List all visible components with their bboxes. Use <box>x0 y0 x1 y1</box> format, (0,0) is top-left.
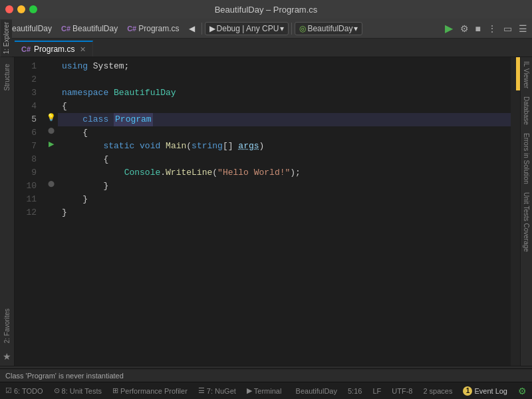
minimize-button[interactable] <box>17 5 25 13</box>
code-line-10: } <box>58 180 511 193</box>
toolbar-sep2 <box>291 23 292 35</box>
debug-config-dropdown[interactable]: ▶ Debug | Any CPU ▾ <box>205 22 289 35</box>
debug-config-label: Debug | Any CPU <box>217 24 279 33</box>
line-num-10: 10 <box>15 180 39 193</box>
event-log-status[interactable]: 1 Event Log <box>458 386 513 396</box>
terminal-icon: ▶ <box>247 386 252 395</box>
line-num-6: 6 <box>15 126 39 140</box>
right-panel-tabs: IL Viewer Database Errors in Solution Un… <box>520 57 532 366</box>
line-num-2: 2 <box>15 73 39 86</box>
profiler-status[interactable]: ⊞ Performance Profiler <box>107 382 193 399</box>
encoding-status[interactable]: UTF-8 <box>386 387 418 395</box>
gutter-12 <box>45 203 58 217</box>
toolbar-sep1 <box>201 23 202 35</box>
solution-icon: ◎ <box>299 24 306 33</box>
gutter: 💡 ⬤ ▶ ⬤ <box>45 57 58 366</box>
line-num-4: 4 <box>15 100 39 113</box>
cs-icon: C# <box>61 25 70 33</box>
profiler-label: Performance Profiler <box>120 387 188 395</box>
unit-tests-label: 8: Unit Tests <box>62 387 102 395</box>
toolbar-cs-beautifulday[interactable]: C# BeautifulDay <box>57 23 122 35</box>
tab-cs-icon: C# <box>21 45 31 53</box>
indent-status[interactable]: 2 spaces <box>418 387 458 395</box>
bottom-message-text: Class 'Program' is never instantiated <box>5 372 124 380</box>
code-line-8: { <box>58 153 511 166</box>
position-status[interactable]: 5:16 <box>342 387 367 395</box>
code-line-5: class Program <box>58 113 511 126</box>
unit-tests-status[interactable]: ⊙ 8: Unit Tests <box>49 382 107 399</box>
line-num-8: 8 <box>15 153 39 166</box>
titlebar: BeautifulDay – Program.cs <box>0 0 532 19</box>
database-tab[interactable]: Database <box>521 92 531 129</box>
terminal-status[interactable]: ▶ Terminal <box>241 382 287 399</box>
gutter-5-bulb[interactable]: 💡 <box>45 110 58 124</box>
toolbar-back-btn[interactable]: ◀ <box>185 23 199 35</box>
encoding-label: UTF-8 <box>392 387 412 395</box>
gutter-9 <box>45 164 58 177</box>
run-button[interactable]: ▶ <box>442 22 456 35</box>
code-line-7: static void Main(string[] args) <box>58 140 511 153</box>
gutter-10: ⬤ <box>45 177 58 190</box>
todo-icon: ☑ <box>5 386 12 395</box>
program-cs-tab[interactable]: C# Program.cs ✕ <box>15 41 93 57</box>
gutter-7-arrow[interactable]: ▶ <box>45 137 58 150</box>
code-line-2 <box>58 73 511 86</box>
todo-status[interactable]: ☑ 6: TODO <box>0 382 49 399</box>
status-right: BeautifulDay 5:16 LF UTF-8 2 spaces 1 Ev… <box>291 386 532 396</box>
gutter-1 <box>45 57 58 70</box>
event-log-label: Event Log <box>474 387 507 395</box>
minimap <box>511 57 520 366</box>
line-ending-label: LF <box>372 387 381 395</box>
unit-tests-icon: ⊙ <box>54 386 60 395</box>
line-num-9: 9 <box>15 166 39 180</box>
main-area: Structure 2: Favorites ★ 1 2 3 4 5 6 7 8… <box>0 57 532 366</box>
favorites-star-icon[interactable]: ★ <box>3 351 11 362</box>
code-line-1: using System; <box>58 60 511 73</box>
layout-icon[interactable]: ▭ <box>501 22 514 35</box>
gutter-4 <box>45 97 58 110</box>
code-line-6: { <box>58 126 511 140</box>
code-line-4: { <box>58 100 511 113</box>
line-num-12: 12 <box>15 206 39 219</box>
menu-icon[interactable]: ☰ <box>517 22 529 35</box>
line-ending-status[interactable]: LF <box>367 387 386 395</box>
breakpoint-indicator-10: ⬤ <box>48 180 55 187</box>
code-line-11: } <box>58 193 511 206</box>
line-num-5: 5 <box>15 113 39 126</box>
unit-tests-coverage-tab[interactable]: Unit Tests Coverage <box>521 188 531 256</box>
il-viewer-tab[interactable]: IL Viewer <box>521 57 531 92</box>
favorites-panel-tab[interactable]: 2: Favorites <box>2 303 12 348</box>
cursor-position: 5:16 <box>348 387 362 395</box>
tab-close-button[interactable]: ✕ <box>80 45 86 54</box>
code-line-12: } <box>58 206 511 219</box>
settings-gear-status[interactable]: ⚙ <box>513 386 532 396</box>
solution-status[interactable]: BeautifulDay <box>291 387 342 395</box>
gutter-8 <box>45 150 58 164</box>
profiler-icon: ⊞ <box>112 386 118 395</box>
line-num-3: 3 <box>15 86 39 100</box>
line-numbers: 1 2 3 4 5 6 7 8 9 10 11 12 <box>15 57 45 366</box>
status-bar: ☑ 6: TODO ⊙ 8: Unit Tests ⊞ Performance … <box>0 382 532 399</box>
code-editor[interactable]: using System; namespace BeautifulDay { c… <box>58 57 511 366</box>
explorer-panel-tab[interactable]: 1: Explorer <box>0 19 12 57</box>
structure-panel-tab[interactable]: Structure <box>2 59 12 96</box>
nuget-status[interactable]: ☰ 7: NuGet <box>193 382 241 399</box>
fullscreen-button[interactable] <box>29 5 37 13</box>
gear-status-icon: ⚙ <box>518 386 527 396</box>
stop-icon[interactable]: ■ <box>473 22 483 35</box>
close-button[interactable] <box>5 5 13 13</box>
indent-label: 2 spaces <box>423 387 452 395</box>
errors-tab[interactable]: Errors in Solution <box>521 129 531 188</box>
gutter-3 <box>45 84 58 97</box>
bottom-message: Class 'Program' is never instantiated <box>0 368 532 382</box>
toolbar-program-cs[interactable]: C# Program.cs <box>123 23 183 35</box>
solution-name-status: BeautifulDay <box>296 387 337 395</box>
toolbar-programcs-label: Program.cs <box>138 24 179 33</box>
event-log-badge: 1 <box>463 386 472 396</box>
solution-dropdown[interactable]: ◎ BeautifulDay ▾ <box>295 22 362 35</box>
chevron-down-icon2: ▾ <box>354 24 358 33</box>
breakpoint-indicator-6: ⬤ <box>48 127 55 134</box>
more-icon[interactable]: ⋮ <box>485 22 499 35</box>
terminal-label: Terminal <box>254 387 282 395</box>
settings-icon[interactable]: ⚙ <box>458 22 471 35</box>
